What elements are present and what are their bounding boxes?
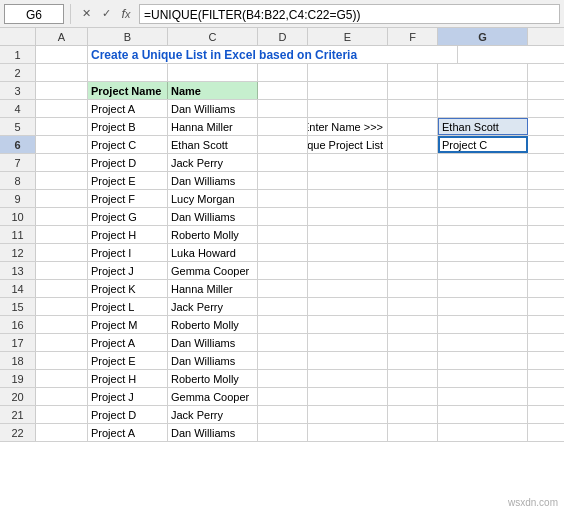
cell-c10[interactable]: Dan Williams [168, 208, 258, 225]
cell-c3-header[interactable]: Name [168, 82, 258, 99]
cell-f18[interactable] [388, 352, 438, 369]
cell-g16[interactable] [438, 316, 528, 333]
cell-e14[interactable] [308, 280, 388, 297]
cell-c17[interactable]: Dan Williams [168, 334, 258, 351]
col-header-e[interactable]: E [308, 28, 388, 45]
cell-g15[interactable] [438, 298, 528, 315]
cell-e10[interactable] [308, 208, 388, 225]
cell-b3-header[interactable]: Project Name [88, 82, 168, 99]
cell-a6[interactable] [36, 136, 88, 153]
cell-d18[interactable] [258, 352, 308, 369]
cell-f19[interactable] [388, 370, 438, 387]
cell-g13[interactable] [438, 262, 528, 279]
col-header-a[interactable]: A [36, 28, 88, 45]
cell-a14[interactable] [36, 280, 88, 297]
cell-g6-unique[interactable]: Project C [438, 136, 528, 153]
cell-b2[interactable] [88, 64, 168, 81]
cell-b4[interactable]: Project A [88, 100, 168, 117]
cell-e19[interactable] [308, 370, 388, 387]
cell-a16[interactable] [36, 316, 88, 333]
cell-e6-label[interactable]: Unique Project List [308, 136, 388, 153]
cell-e7[interactable] [308, 154, 388, 171]
cell-a7[interactable] [36, 154, 88, 171]
cell-a10[interactable] [36, 208, 88, 225]
cell-e4[interactable] [308, 100, 388, 117]
cell-c15[interactable]: Jack Perry [168, 298, 258, 315]
cell-d16[interactable] [258, 316, 308, 333]
cell-f10[interactable] [388, 208, 438, 225]
cell-c7[interactable]: Jack Perry [168, 154, 258, 171]
cell-b18[interactable]: Project E [88, 352, 168, 369]
cell-d15[interactable] [258, 298, 308, 315]
cell-b5[interactable]: Project B [88, 118, 168, 135]
cell-e21[interactable] [308, 406, 388, 423]
cell-b7[interactable]: Project D [88, 154, 168, 171]
cell-c22[interactable]: Dan Williams [168, 424, 258, 441]
cell-d19[interactable] [258, 370, 308, 387]
confirm-icon[interactable]: ✓ [97, 5, 115, 23]
cell-c2[interactable] [168, 64, 258, 81]
cell-e11[interactable] [308, 226, 388, 243]
cell-a11[interactable] [36, 226, 88, 243]
cell-d5[interactable] [258, 118, 308, 135]
cell-c20[interactable]: Gemma Cooper [168, 388, 258, 405]
cell-e3[interactable] [308, 82, 388, 99]
cell-c11[interactable]: Roberto Molly [168, 226, 258, 243]
cell-a13[interactable] [36, 262, 88, 279]
cell-g5-input[interactable]: Ethan Scott [438, 118, 528, 135]
cell-f22[interactable] [388, 424, 438, 441]
cell-a4[interactable] [36, 100, 88, 117]
cell-f20[interactable] [388, 388, 438, 405]
cell-d4[interactable] [258, 100, 308, 117]
cell-d13[interactable] [258, 262, 308, 279]
cell-e20[interactable] [308, 388, 388, 405]
cell-c5[interactable]: Hanna Miller [168, 118, 258, 135]
cell-b10[interactable]: Project G [88, 208, 168, 225]
cell-b20[interactable]: Project J [88, 388, 168, 405]
cell-f3[interactable] [388, 82, 438, 99]
cell-d2[interactable] [258, 64, 308, 81]
cell-g17[interactable] [438, 334, 528, 351]
cell-a22[interactable] [36, 424, 88, 441]
cell-c4[interactable]: Dan Williams [168, 100, 258, 117]
cell-e17[interactable] [308, 334, 388, 351]
cell-a9[interactable] [36, 190, 88, 207]
cell-c16[interactable]: Roberto Molly [168, 316, 258, 333]
cell-g8[interactable] [438, 172, 528, 189]
cell-f4[interactable] [388, 100, 438, 117]
cell-c9[interactable]: Lucy Morgan [168, 190, 258, 207]
cell-a1[interactable] [36, 46, 88, 63]
cell-b22[interactable]: Project A [88, 424, 168, 441]
name-box[interactable]: G6 [4, 4, 64, 24]
cell-f14[interactable] [388, 280, 438, 297]
cell-g3[interactable] [438, 82, 528, 99]
cancel-icon[interactable]: ✕ [77, 5, 95, 23]
cell-d21[interactable] [258, 406, 308, 423]
cell-e22[interactable] [308, 424, 388, 441]
cell-e15[interactable] [308, 298, 388, 315]
cell-b12[interactable]: Project I [88, 244, 168, 261]
cell-d6[interactable] [258, 136, 308, 153]
cell-f9[interactable] [388, 190, 438, 207]
cell-c6[interactable]: Ethan Scott [168, 136, 258, 153]
cell-d22[interactable] [258, 424, 308, 441]
cell-a8[interactable] [36, 172, 88, 189]
insert-function-icon[interactable]: fx [117, 5, 135, 23]
cell-e16[interactable] [308, 316, 388, 333]
cell-f13[interactable] [388, 262, 438, 279]
cell-f7[interactable] [388, 154, 438, 171]
cell-f17[interactable] [388, 334, 438, 351]
cell-f21[interactable] [388, 406, 438, 423]
cell-f12[interactable] [388, 244, 438, 261]
col-header-b[interactable]: B [88, 28, 168, 45]
cell-f2[interactable] [388, 64, 438, 81]
cell-a20[interactable] [36, 388, 88, 405]
cell-g18[interactable] [438, 352, 528, 369]
cell-g9[interactable] [438, 190, 528, 207]
cell-d7[interactable] [258, 154, 308, 171]
cell-e9[interactable] [308, 190, 388, 207]
cell-b11[interactable]: Project H [88, 226, 168, 243]
col-header-c[interactable]: C [168, 28, 258, 45]
cell-a17[interactable] [36, 334, 88, 351]
cell-a18[interactable] [36, 352, 88, 369]
